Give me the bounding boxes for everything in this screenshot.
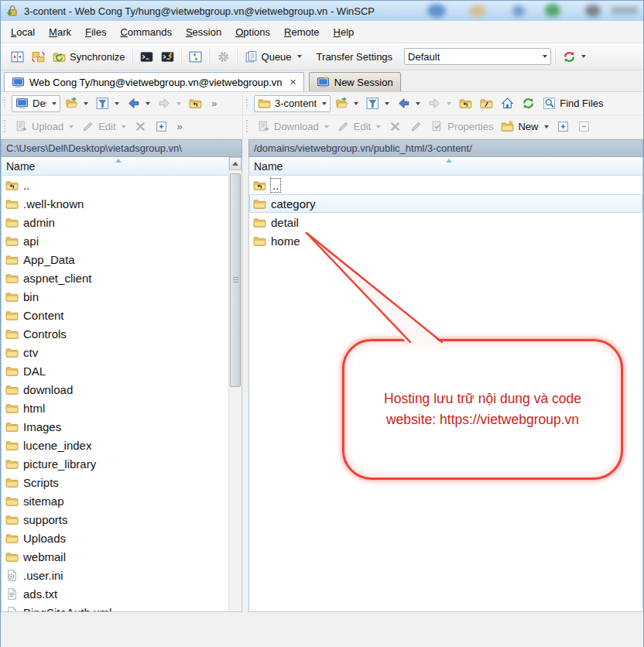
toolbar-grip[interactable] [245, 120, 248, 133]
file-row[interactable]: App_Data [2, 250, 228, 269]
scrollbar-track[interactable] [229, 170, 242, 611]
file-row[interactable]: sitemap [2, 491, 228, 510]
main-toolbar: Synchronize [1, 43, 643, 70]
queue-button[interactable]: Queue [242, 49, 305, 65]
synchronize-button[interactable]: Synchronize [50, 49, 128, 65]
file-row[interactable]: .well-known [2, 194, 228, 213]
file-row[interactable]: lucene_index [2, 436, 228, 454]
gear-button[interactable] [214, 49, 233, 65]
x-button[interactable] [131, 118, 150, 135]
file-row[interactable]: aspnet_client [2, 269, 228, 287]
edit-button[interactable]: Edit [78, 118, 128, 135]
file-row[interactable]: Scripts [2, 473, 228, 491]
3-content-button[interactable]: 3-content [254, 95, 331, 112]
find-files-button[interactable]: Find Files [540, 95, 606, 111]
menu-item[interactable]: Mark [42, 23, 78, 41]
file-row[interactable]: .. [249, 176, 642, 194]
edit-button[interactable]: Edit [334, 118, 384, 135]
arr-left-button[interactable] [124, 95, 153, 111]
filter-button[interactable] [93, 95, 122, 111]
toolbar-grip[interactable] [2, 120, 6, 133]
console-button[interactable] [137, 49, 156, 65]
file-row[interactable]: Controls [2, 324, 228, 343]
local-path-bar[interactable]: C:\Users\Dell\Desktop\vietadsgroup.vn\ [1, 139, 242, 157]
menu-item[interactable]: Help [327, 23, 361, 41]
arr-right-button[interactable] [425, 95, 454, 111]
new-button[interactable]: New [498, 118, 551, 135]
menu-item[interactable]: Commands [113, 23, 178, 41]
toolbar-icon [127, 97, 140, 110]
toolbar-grip[interactable] [2, 97, 6, 110]
file-row[interactable]: picture_library [2, 454, 228, 473]
file-row[interactable]: ctv [2, 343, 228, 361]
file-row[interactable]: webmail [2, 547, 228, 566]
file-row[interactable]: download [2, 380, 228, 399]
new-session-tab[interactable]: New Session [309, 72, 401, 91]
file-row[interactable]: admin [2, 213, 228, 231]
filter-button[interactable] [363, 95, 392, 111]
file-row[interactable]: html [2, 399, 228, 417]
local-file-list: .. .well-known admin [2, 176, 228, 611]
file-icon [5, 402, 19, 415]
menu-item[interactable]: Remote [277, 23, 327, 41]
download-button[interactable]: Download [254, 118, 332, 135]
local-name-column-header[interactable]: Name [2, 157, 228, 176]
folders-sync-button[interactable] [29, 49, 48, 65]
file-row[interactable]: category [249, 194, 642, 213]
arr-left-button[interactable] [394, 95, 423, 111]
file-row[interactable]: BingSiteAuth.xml [2, 603, 228, 611]
plus-button[interactable] [152, 118, 171, 135]
desktop-button[interactable]: Desktop [12, 95, 60, 112]
monitor-icon [12, 76, 25, 89]
file-row[interactable]: api [2, 231, 228, 250]
properties-button[interactable]: Properties [427, 118, 496, 135]
file-icon [5, 234, 19, 248]
file-row[interactable]: supports [2, 510, 228, 529]
x-button[interactable] [385, 118, 405, 135]
default-button[interactable]: Default [404, 48, 551, 65]
upload-button[interactable]: Upload [12, 118, 77, 135]
menu-item[interactable]: Files [78, 23, 113, 41]
overflow-chevron[interactable]: » [209, 98, 219, 109]
file-row[interactable]: Content [2, 306, 228, 324]
folder-open-button[interactable] [332, 95, 361, 111]
title-bar[interactable]: 3-content - Web Cong Ty/hung@vietwebgrou… [1, 1, 643, 21]
minus-button[interactable] [574, 118, 594, 135]
folder-open-button[interactable] [62, 95, 91, 111]
pane-swap-button[interactable] [8, 49, 27, 65]
file-row[interactable]: .. [2, 176, 228, 194]
menu-item[interactable]: Local [4, 23, 42, 41]
file-row[interactable]: .user.ini [2, 566, 228, 584]
menu-item[interactable]: Session [179, 23, 228, 41]
panel-splitter[interactable] [242, 139, 248, 612]
remote-path-bar[interactable]: /domains/vietwebgroup.vn/public_html/3-c… [248, 139, 643, 157]
menu-item[interactable]: Options [228, 23, 277, 41]
close-tab-icon[interactable]: × [287, 76, 296, 88]
folder-up-btn-button[interactable] [186, 95, 205, 111]
remote-name-column-header[interactable]: Name [249, 157, 642, 176]
refresh-button[interactable] [519, 95, 538, 111]
arr-right-button[interactable] [155, 95, 184, 111]
chevron-down-icon [354, 102, 358, 105]
file-row[interactable]: Images [2, 417, 228, 436]
toolbar-grip[interactable] [245, 97, 248, 110]
file-row[interactable]: Uploads [2, 529, 228, 547]
session-tab[interactable]: Web Cong Ty/hung@vietwebgroup.vn@vietweb… [4, 72, 304, 91]
plus-button[interactable] [553, 118, 573, 135]
file-name: ctv [23, 346, 38, 359]
overflow-chevron[interactable]: » [175, 121, 185, 132]
scrollbar-thumb[interactable] [230, 173, 241, 387]
home-button[interactable] [498, 95, 517, 111]
file-row[interactable]: bin [2, 287, 228, 306]
toolbar-icon [459, 97, 472, 110]
console-bolt-button[interactable] [158, 49, 177, 65]
folder-up-btn-button[interactable] [456, 95, 475, 111]
scroll-up-button[interactable] [229, 157, 242, 170]
sync-button[interactable] [560, 49, 589, 65]
pane-green-button[interactable] [186, 49, 205, 65]
folder-root-button[interactable] [477, 95, 496, 111]
pencil-button[interactable] [406, 118, 426, 135]
file-row[interactable]: DAL [2, 361, 228, 380]
file-row[interactable]: ads.txt [2, 584, 228, 603]
file-name: bin [23, 290, 39, 303]
